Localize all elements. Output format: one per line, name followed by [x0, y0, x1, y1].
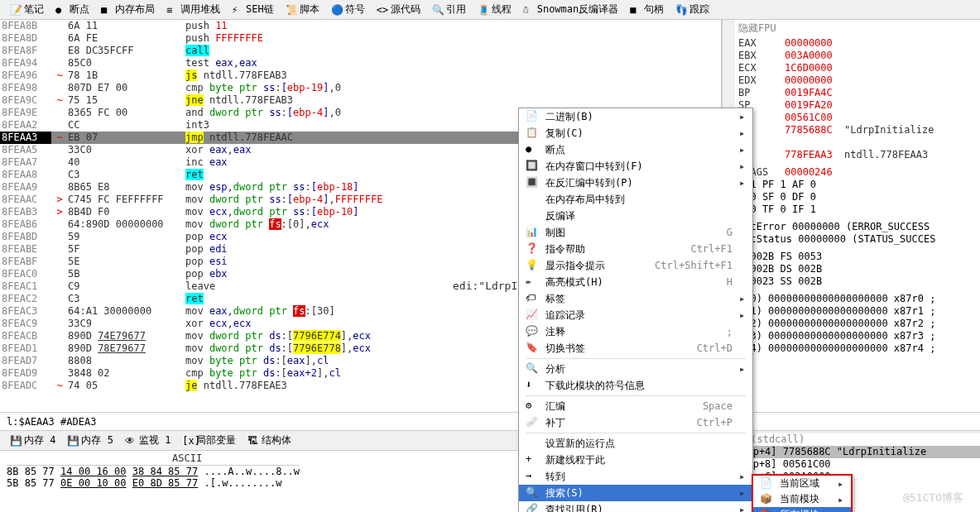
menu-icon: 🔖 [526, 342, 540, 355]
menu-搜索(S)[interactable]: 🔍搜索(S)▸ [519, 485, 752, 501]
chevron-right-icon: ▸ [739, 471, 746, 482]
menu-在反汇编中转到(P)[interactable]: 🔳在反汇编中转到(P)▸ [519, 175, 752, 191]
menu-标签[interactable]: 🏷标签▸ [519, 290, 752, 307]
toolbar-线程[interactable]: 🧵线程 [473, 1, 516, 18]
menu-icon: → [526, 470, 540, 483]
register-row[interactable]: ECX1C6D0000 [738, 62, 980, 74]
menu-转到[interactable]: →转到▸ [519, 468, 752, 485]
dump-row[interactable]: 5B 85 77 0E 00 10 00 E0 8D 85 77 .[.w...… [7, 477, 300, 489]
menu-补丁[interactable]: 🩹补丁Ctrl+P [519, 414, 752, 431]
menu-复制(C)[interactable]: 📋复制(C)▸ [519, 125, 752, 141]
toolbar-icon: 🔵 [331, 4, 343, 16]
toolbar-笔记[interactable]: 📝笔记 [5, 1, 49, 18]
toolbar-icon: ■ [101, 4, 113, 16]
menu-设置新的运行点[interactable]: 设置新的运行点 [519, 435, 752, 452]
tab-监视 1[interactable]: 👁监视 1 [120, 432, 175, 449]
menu-二进制(B)[interactable]: 📄二进制(B)▸ [519, 108, 752, 125]
menu-下载此模块的符号信息[interactable]: ⬇下载此模块的符号信息 [519, 377, 752, 394]
register-row[interactable]: BP0019FA4C [738, 87, 980, 99]
submenu-所有模块[interactable]: 📚所有模块▸ [753, 507, 851, 512]
submenu-当前区域[interactable]: 📄当前区域▸ [753, 476, 851, 491]
menu-icon [526, 209, 540, 223]
submenu-当前模块[interactable]: 📦当前模块▸ [753, 491, 851, 507]
toolbar-断点[interactable]: ●断点 [50, 1, 94, 18]
toolbar-icon: 📝 [10, 4, 22, 16]
toolbar-icon: 🧵 [478, 4, 489, 16]
menu-icon: 💬 [526, 325, 540, 338]
disasm-row[interactable]: 8FEA8FE8 DC35FCFFcall [0, 45, 721, 57]
tab-结构体[interactable]: 🏗结构体 [243, 432, 296, 449]
menu-icon: 📊 [526, 226, 540, 239]
disasm-row[interactable]: 8FEA98807D E7 00cmp byte ptr ss:[ebp-19]… [0, 82, 721, 94]
menu-icon: 🔳 [526, 176, 540, 189]
register-row[interactable]: DI7785688C"LdrpInitialize [738, 124, 980, 136]
toolbar-SEH链[interactable]: ⚡SEH链 [227, 1, 279, 18]
menu-切换书签[interactable]: 🔖切换书签Ctrl+D [519, 340, 752, 356]
menu-指令帮助[interactable]: ❓指令帮助Ctrl+F1 [519, 241, 752, 257]
registers-view[interactable]: 隐藏FPU EAX00000000EBX003A0000ECX1C6D0000E… [735, 20, 980, 412]
menu-注释[interactable]: 💬注释; [519, 323, 752, 340]
toolbar-icon: 📜 [286, 4, 297, 16]
main-toolbar: 📝笔记●断点■内存布局≡调用堆栈⚡SEH链📜脚本🔵符号<>源代码🔍引用🧵线程☃S… [0, 0, 980, 20]
menu-分析[interactable]: 🔍分析▸ [519, 361, 752, 377]
menu-icon: 🩹 [526, 416, 540, 429]
toolbar-调用堆栈[interactable]: ≡调用堆栈 [161, 1, 225, 18]
toolbar-icon: 🔍 [432, 4, 444, 16]
toolbar-icon: ☃ [523, 4, 535, 16]
menu-icon: ✏ [526, 275, 540, 289]
chevron-right-icon: ▸ [739, 309, 746, 321]
toolbar-引用[interactable]: 🔍引用 [427, 1, 471, 18]
menu-制图[interactable]: 📊制图G [519, 224, 752, 241]
menu-icon: 🔗 [526, 503, 540, 512]
chevron-right-icon: ▸ [739, 111, 746, 122]
menu-icon: 💡 [526, 259, 540, 272]
menu-icon [526, 193, 540, 206]
tab-局部变量[interactable]: [x]局部变量 [177, 432, 241, 449]
toolbar-源代码[interactable]: <>源代码 [372, 1, 425, 18]
menu-断点[interactable]: ●断点▸ [519, 141, 752, 158]
dump-row[interactable]: 8B 85 77 14 00 16 00 38 84 85 77 ....A..… [7, 466, 300, 477]
disasm-row[interactable]: 8FEA9485C0test eax,eax [0, 57, 721, 69]
toolbar-icon: <> [377, 4, 388, 16]
disasm-row[interactable]: 8FEA9C~75 15jne ntdll.778FEAB3 [0, 94, 721, 107]
toolbar-icon: 👣 [675, 4, 687, 16]
toolbar-Snowman反编译器[interactable]: ☃Snowman反编译器 [518, 1, 624, 18]
register-row[interactable]: IP778FEAA3ntdll.778FEAA3 [738, 149, 980, 161]
search-submenu[interactable]: 📄当前区域▸📦当前模块▸📚所有模块▸ [752, 474, 853, 512]
register-row[interactable]: EBX003A0000 [738, 50, 980, 62]
context-menu[interactable]: 📄二进制(B)▸📋复制(C)▸●断点▸🔲在内存窗口中转到(F)▸🔳在反汇编中转到… [518, 108, 753, 512]
register-row[interactable]: EAX00000000 [738, 37, 980, 50]
toolbar-脚本[interactable]: 📜脚本 [281, 1, 324, 18]
hide-fpu-label[interactable]: 隐藏FPU [738, 20, 980, 37]
register-row[interactable]: EDX00000000 [738, 74, 980, 87]
menu-汇编[interactable]: ⚙汇编Space [519, 398, 752, 414]
disasm-row[interactable]: 8FEA8B6A 11push 11 [0, 20, 721, 32]
toolbar-符号[interactable]: 🔵符号 [326, 1, 370, 18]
tab-内存 5[interactable]: 💾内存 5 [62, 432, 118, 449]
register-row[interactable]: SP0019FA20 [738, 99, 980, 112]
menu-反编译[interactable]: 反编译 [519, 208, 752, 224]
command-line[interactable]: l:$AEAA3 #ADEA3 [0, 412, 980, 430]
register-row[interactable]: SI00561C00 [738, 112, 980, 124]
menu-icon: 🔍 [526, 362, 540, 376]
disasm-row[interactable]: 8FEA8D6A FEpush FFFFFFFE [0, 32, 721, 45]
menu-icon: 🏷 [526, 292, 540, 305]
menu-在内存窗口中转到(F)[interactable]: 🔲在内存窗口中转到(F)▸ [519, 158, 752, 175]
toolbar-内存布局[interactable]: ■内存布局 [96, 1, 160, 18]
menu-查找引用(R)[interactable]: 🔗查找引用(R)▸ [519, 501, 752, 512]
tab-内存 4[interactable]: 💾内存 4 [5, 432, 60, 449]
menu-高亮模式(H)[interactable]: ✏高亮模式(H)H [519, 274, 752, 290]
menu-icon: 📋 [526, 127, 540, 140]
menu-显示指令提示[interactable]: 💡显示指令提示Ctrl+Shift+F1 [519, 257, 752, 274]
menu-在内存布局中转到[interactable]: 在内存布局中转到 [519, 191, 752, 208]
toolbar-icon: ⚡ [232, 4, 243, 16]
last-error: astError 00000000 (ERROR_SUCCESS [738, 221, 980, 233]
chevron-right-icon: ▸ [739, 127, 746, 139]
register-row[interactable] [738, 136, 980, 149]
menu-icon: 📈 [526, 309, 540, 322]
menu-新建线程于此[interactable]: +新建线程于此 [519, 452, 752, 468]
toolbar-句柄[interactable]: ■句柄 [625, 1, 669, 18]
disasm-row[interactable]: 8FEA96~78 1Bjs ntdll.778FEAB3 [0, 69, 721, 82]
menu-追踪记录[interactable]: 📈追踪记录▸ [519, 307, 752, 323]
toolbar-跟踪[interactable]: 👣跟踪 [670, 1, 714, 18]
